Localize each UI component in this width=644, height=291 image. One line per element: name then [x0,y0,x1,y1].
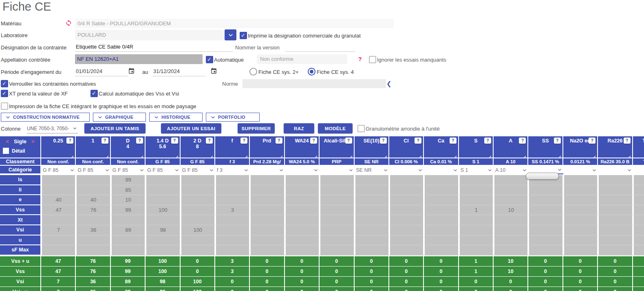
data-cell[interactable]: 89 [111,225,146,235]
data-cell[interactable] [633,215,644,225]
data-cell[interactable]: 10 [494,205,528,215]
data-cell[interactable] [598,185,633,195]
data-cell[interactable] [285,185,320,195]
data-cell[interactable] [320,235,354,246]
detail-checkbox[interactable] [3,148,9,154]
sys2-radio[interactable] [249,68,257,76]
categorie-select[interactable]: S 1 [459,166,494,174]
data-cell[interactable] [250,225,285,235]
help-button[interactable]: ? [171,138,178,144]
data-cell[interactable] [215,185,250,195]
data-cell[interactable] [563,225,598,235]
data-cell[interactable] [598,215,633,225]
calc-auto-checkbox[interactable] [90,90,98,97]
categorie-select[interactable]: f 3 [215,166,250,174]
designation-field[interactable]: Etiquette CE Sable 0/4R [75,42,233,52]
xt-checkbox[interactable] [1,90,8,97]
data-cell[interactable] [41,175,76,185]
conformite-field[interactable]: Non conforme [257,54,347,64]
data-cell[interactable]: 7 [41,225,76,235]
construction-normative-button[interactable]: CONSTRUCTION NORMATIVE [1,113,90,122]
data-cell[interactable] [285,205,320,215]
data-cell[interactable] [459,185,494,195]
data-cell[interactable] [76,175,110,185]
data-cell[interactable] [41,185,76,195]
data-cell[interactable] [528,245,563,255]
help-button[interactable]: ? [101,138,108,144]
data-cell[interactable]: 99 [111,175,146,185]
resize-handle-icon[interactable] [488,153,492,156]
calendar-icon[interactable] [128,67,135,76]
ajouter-essai-button[interactable]: AJOUTER UN ESSAI [161,123,221,133]
help-button[interactable]: ? [345,138,352,144]
data-cell[interactable]: 40 [76,195,110,205]
data-cell[interactable] [563,195,598,205]
next-column-button[interactable]: > [31,138,35,144]
resize-handle-icon[interactable] [628,153,631,156]
data-cell[interactable] [285,175,320,185]
calendar-icon[interactable] [210,67,217,76]
data-cell[interactable] [633,235,644,246]
data-cell[interactable] [598,175,633,185]
resize-handle-icon[interactable] [210,153,213,156]
data-cell[interactable] [389,235,424,246]
data-cell[interactable] [633,225,644,235]
data-cell[interactable] [389,185,424,195]
data-cell[interactable] [459,175,494,185]
collapse-chevron-icon[interactable]: ❮ [386,80,392,87]
data-cell[interactable] [250,205,285,215]
data-cell[interactable] [494,235,528,246]
data-cell[interactable] [598,245,633,255]
data-cell[interactable]: 36 [76,225,110,235]
data-cell[interactable] [181,175,215,185]
data-cell[interactable] [250,235,285,246]
help-button[interactable]: ? [519,138,526,144]
help-button[interactable]: ? [310,138,317,144]
categorie-select[interactable] [250,166,285,174]
raz-button[interactable]: RAZ [284,123,314,133]
resize-handle-icon[interactable] [280,153,283,156]
impression-paysage-checkbox[interactable] [1,102,8,110]
data-cell[interactable] [389,245,424,255]
periode-du-field[interactable]: 01/01/2024 [75,67,128,76]
help-button[interactable]: ? [450,138,457,144]
data-cell[interactable] [494,185,528,195]
data-cell[interactable] [633,245,644,255]
data-cell[interactable] [320,215,354,225]
data-cell[interactable] [320,205,354,215]
help-button[interactable]: ? [624,138,631,144]
data-cell[interactable] [355,175,389,185]
resize-handle-icon[interactable] [384,153,387,156]
granulometrie-checkbox[interactable] [357,125,365,132]
data-cell[interactable] [215,245,250,255]
data-cell[interactable] [320,185,354,195]
data-cell[interactable] [459,245,494,255]
help-button[interactable]: ? [240,138,247,144]
data-cell[interactable]: 99 [111,205,146,215]
categorie-select[interactable]: G F 85 [146,166,180,174]
data-cell[interactable] [459,235,494,246]
data-cell[interactable] [355,215,389,225]
categorie-select[interactable] [320,166,354,174]
data-cell[interactable] [389,215,424,225]
data-cell[interactable] [320,245,354,255]
categorie-select[interactable]: G F 85 [111,166,146,174]
data-cell[interactable] [355,235,389,246]
help-button[interactable]: ? [484,138,491,144]
data-cell[interactable] [389,175,424,185]
data-cell[interactable] [250,175,285,185]
data-cell[interactable] [181,235,215,246]
data-cell[interactable] [355,205,389,215]
resize-handle-icon[interactable] [523,153,526,156]
help-button[interactable]: ? [554,138,561,144]
data-cell[interactable]: 85 [111,185,146,195]
data-cell[interactable] [563,205,598,215]
data-cell[interactable] [181,205,215,215]
data-cell[interactable] [181,185,215,195]
help-button[interactable]: ? [206,138,213,144]
data-cell[interactable]: 100 [181,225,215,235]
resize-handle-icon[interactable] [349,153,353,156]
sys4-radio[interactable] [308,68,315,76]
data-cell[interactable] [355,185,389,195]
data-cell[interactable] [563,245,598,255]
